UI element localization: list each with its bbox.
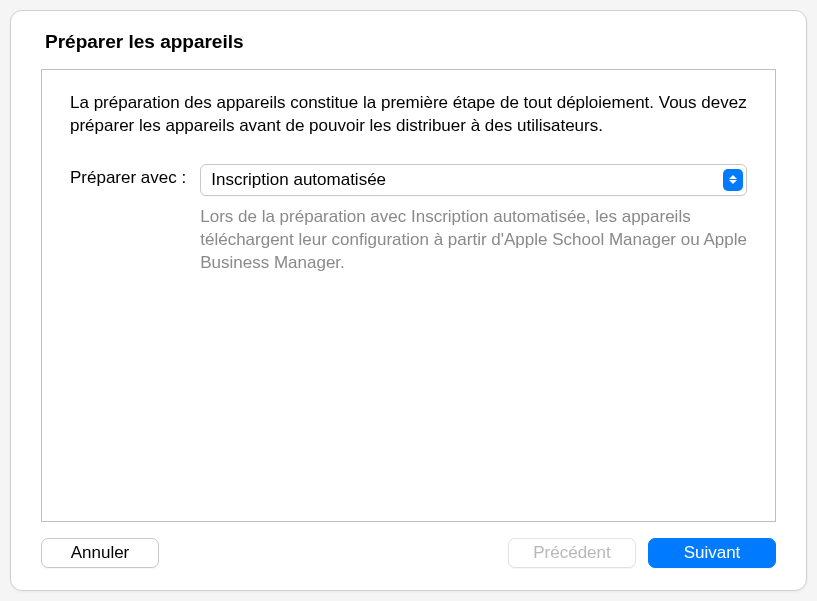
updown-chevron-icon	[723, 169, 743, 191]
previous-button: Précédent	[508, 538, 636, 568]
dialog-title: Préparer les appareils	[45, 31, 776, 53]
prepare-with-selected-value: Inscription automatisée	[211, 170, 386, 190]
prepare-with-label: Préparer avec :	[70, 164, 186, 188]
next-button[interactable]: Suivant	[648, 538, 776, 568]
cancel-button[interactable]: Annuler	[41, 538, 159, 568]
prepare-with-control-column: Inscription automatisée Lors de la prépa…	[200, 164, 747, 275]
prepare-devices-dialog: Préparer les appareils La préparation de…	[10, 10, 807, 591]
prepare-with-select-wrap: Inscription automatisée	[200, 164, 747, 196]
prepare-with-row: Préparer avec : Inscription automatisée …	[70, 164, 747, 275]
intro-text: La préparation des appareils constitue l…	[70, 92, 747, 138]
button-row: Annuler Précédent Suivant	[41, 538, 776, 568]
content-panel: La préparation des appareils constitue l…	[41, 69, 776, 522]
prepare-with-select[interactable]: Inscription automatisée	[200, 164, 747, 196]
prepare-with-help-text: Lors de la préparation avec Inscription …	[200, 206, 747, 275]
